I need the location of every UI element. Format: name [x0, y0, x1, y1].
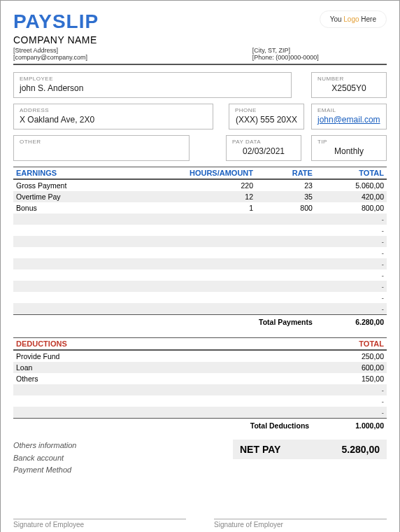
paydata-value: 02/03/2021 [232, 146, 295, 156]
deductions-table: DEDUCTIONS TOTAL Provide Fund250,00Loan6… [13, 337, 387, 433]
dash: - [312, 407, 387, 419]
info3: Payment Method [13, 464, 233, 477]
dash: - [312, 396, 387, 407]
address-value: X Oakland Ave, 2X0 [20, 115, 207, 125]
email-label: EMAIL [317, 107, 380, 113]
doc-title: PAYSLIP [13, 10, 99, 33]
phone-value: (XXX) 555 20XX [235, 115, 298, 125]
employee-label: EMPLOYEE [20, 76, 285, 82]
net-label: NET PAY [240, 444, 280, 455]
signatures: Signature of Employee Signature of Emplo… [13, 519, 387, 528]
table-row: Others150,00 [13, 373, 387, 384]
info1: Others information [13, 440, 233, 452]
ded-total-label: Total Deductions [13, 419, 312, 433]
tip-value: Monthly [317, 146, 380, 156]
paydata-label: PAY DATA [232, 139, 295, 145]
employee-box: EMPLOYEE john S. Anderson [13, 72, 292, 98]
table-row: Provide Fund250,00 [13, 350, 387, 362]
dash: - [315, 225, 387, 236]
ded-h1: DEDUCTIONS [13, 338, 312, 351]
table-row: - [13, 407, 387, 419]
fields-section: EMPLOYEE john S. Anderson NUMBER X2505Y0… [13, 72, 387, 161]
earn-name: Bonus [13, 202, 182, 214]
dash: - [315, 270, 387, 281]
logo-word: Logo [343, 15, 359, 23]
table-row: - [13, 214, 387, 225]
number-value: X2505Y0 [317, 83, 380, 93]
table-row: Overtime Pay1235420,00 [13, 191, 387, 202]
earn-h3: RATE [256, 167, 315, 180]
table-row: - [13, 303, 387, 315]
table-row: Bonus1800800,00 [13, 202, 387, 214]
city: [City, ST, ZIP] [252, 47, 387, 54]
phone-label: PHONE [235, 107, 298, 113]
table-row: - [13, 396, 387, 407]
dash: - [315, 258, 387, 270]
sig-employer: Signature of Employer [214, 519, 387, 528]
email-value[interactable]: john@email.com [317, 115, 380, 125]
earn-hours: 220 [182, 179, 256, 191]
earn-name: Gross Payment [13, 179, 182, 191]
email-box: EMAIL john@email.com [311, 104, 387, 130]
company-address-left: [Street Address] [company@company.com] [13, 47, 252, 61]
dash: - [315, 236, 387, 247]
street: [Street Address] [13, 47, 252, 54]
ded-name: Others [13, 373, 312, 384]
table-row: Gross Payment220235.060,00 [13, 179, 387, 191]
dash: - [315, 214, 387, 225]
company-name: COMPANY NAME [13, 34, 99, 46]
earn-h4: TOTAL [315, 167, 387, 180]
company-address-row: [Street Address] [company@company.com] [… [13, 47, 387, 65]
table-row: - [13, 236, 387, 247]
earn-name: Overtime Pay [13, 191, 182, 202]
earn-total: 420,00 [315, 191, 387, 202]
earnings-table: EARNINGS HOURS/AMOUNT RATE TOTAL Gross P… [13, 167, 387, 329]
title-block: PAYSLIP COMPANY NAME [13, 10, 99, 46]
dash: - [315, 281, 387, 292]
paydata-box: PAY DATA 02/03/2021 [226, 135, 301, 161]
other-label: OTHER [20, 139, 183, 145]
earn-rate: 800 [256, 202, 315, 214]
table-row: - [13, 258, 387, 270]
earn-total: 800,00 [315, 202, 387, 214]
address-label: ADDRESS [20, 107, 207, 113]
other-box: OTHER [13, 135, 190, 161]
table-row: Loan600,00 [13, 362, 387, 373]
earn-total: 5.060,00 [315, 179, 387, 191]
company-email-tpl: [company@company.com] [13, 54, 252, 61]
other-info: Others information Banck account Payment… [13, 440, 233, 477]
earn-total-value: 6.280,00 [315, 315, 387, 330]
phone-tpl: [Phone: (000)000-0000] [252, 54, 387, 61]
employee-value: john S. Anderson [20, 83, 285, 93]
logo-suffix: Here [359, 15, 376, 23]
address-box: ADDRESS X Oakland Ave, 2X0 [13, 104, 213, 130]
logo-prefix: You [330, 15, 344, 23]
net-value: 5.280,00 [342, 444, 380, 455]
table-row: - [13, 225, 387, 236]
ded-total: 600,00 [312, 362, 387, 373]
header: PAYSLIP COMPANY NAME You Logo Here [13, 10, 387, 46]
sig-employee: Signature of Employee [13, 519, 186, 528]
table-row: - [13, 384, 387, 396]
net-pay-box: NET PAY 5.280,00 [233, 440, 387, 459]
earn-h1: EARNINGS [13, 167, 182, 180]
table-row: - [13, 247, 387, 258]
ded-name: Provide Fund [13, 350, 312, 362]
earn-hours: 1 [182, 202, 256, 214]
ded-name: Loan [13, 362, 312, 373]
table-row: - [13, 292, 387, 303]
ded-total-value: 1.000,00 [312, 419, 387, 433]
earn-hours: 12 [182, 191, 256, 202]
info2: Banck account [13, 452, 233, 465]
dash: - [315, 247, 387, 258]
dash: - [315, 303, 387, 315]
earn-total-label: Total Payments [256, 315, 315, 330]
number-label: NUMBER [317, 76, 380, 82]
earn-h2: HOURS/AMOUNT [182, 167, 256, 180]
payslip-page: PAYSLIP COMPANY NAME You Logo Here [Stre… [0, 0, 400, 532]
ded-h4: TOTAL [312, 338, 387, 351]
tip-box: TIP Monthly [311, 135, 387, 161]
earn-rate: 23 [256, 179, 315, 191]
company-address-right: [City, ST, ZIP] [Phone: (000)000-0000] [252, 47, 387, 61]
net-row: Others information Banck account Payment… [13, 440, 387, 477]
